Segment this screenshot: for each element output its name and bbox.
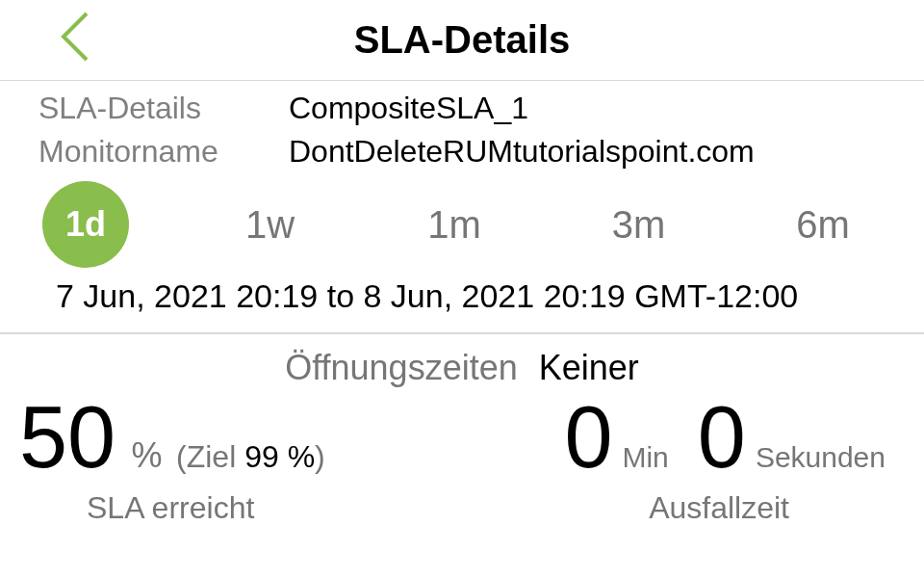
sla-percent-value: 50 [19,394,116,481]
chevron-left-icon [48,8,106,66]
downtime-block: 0 Min 0 Sekunden [452,394,905,481]
sla-details-value: CompositeSLA_1 [289,91,528,126]
detail-row-sla: SLA-Details CompositeSLA_1 [0,87,924,130]
tab-1m[interactable]: 1m [411,203,498,247]
monitor-name-value: DontDeleteRUMtutorialspoint.com [289,134,755,170]
downtime-sec-value: 0 [698,394,746,481]
downtime-label: Ausfallzeit [452,490,886,526]
time-range-tabs: 1d 1w 1m 3m 6m [0,173,924,268]
details-section: SLA-Details CompositeSLA_1 Monitorname D… [0,81,924,173]
monitor-name-label: Monitorname [0,134,289,170]
detail-row-monitor: Monitorname DontDeleteRUMtutorialspoint.… [0,130,924,173]
opening-hours-label: Öffnungszeiten [285,348,518,388]
opening-hours-row: Öffnungszeiten Keiner [0,334,924,394]
sla-achieved-label: SLA erreicht [19,490,452,526]
stats-row: 50 % (Ziel 99 %) 0 Min 0 Sekunden [0,394,924,481]
sla-goal-value: 99 % [244,439,315,474]
page-title: SLA-Details [0,18,924,62]
sla-goal-prefix: (Ziel [176,439,244,474]
time-range-display: 7 Jun, 2021 20:19 to 8 Jun, 2021 20:19 G… [0,268,924,334]
sla-achieved-block: 50 % (Ziel 99 %) [19,394,452,481]
back-button[interactable] [48,8,106,69]
downtime-sec-unit: Sekunden [756,441,886,474]
opening-hours-value: Keiner [539,348,639,388]
tab-1d[interactable]: 1d [42,181,129,268]
header: SLA-Details [0,0,924,81]
sla-details-label: SLA-Details [0,91,289,126]
sla-goal: (Ziel 99 %) [176,439,325,474]
tab-6m[interactable]: 6m [780,203,866,247]
stats-labels-row: SLA erreicht Ausfallzeit [0,481,924,526]
tab-1w[interactable]: 1w [227,203,314,247]
tab-3m[interactable]: 3m [596,203,682,247]
downtime-min-unit: Min [622,441,668,474]
sla-percent-unit: % [132,435,163,475]
sla-goal-suffix: ) [315,439,325,474]
downtime-min-value: 0 [564,394,612,481]
